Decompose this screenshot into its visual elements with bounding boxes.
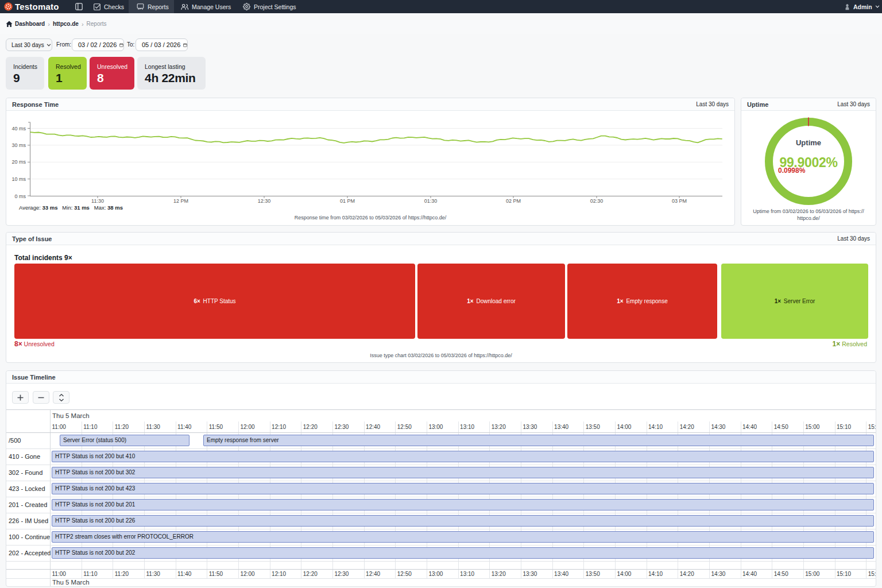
svg-text:30 ms: 30 ms <box>11 142 26 148</box>
svg-text:01:30: 01:30 <box>424 198 438 204</box>
svg-text:10 ms: 10 ms <box>11 176 26 182</box>
svg-text:20 ms: 20 ms <box>11 159 26 165</box>
svg-text:12 PM: 12 PM <box>173 198 188 204</box>
svg-text:40 ms: 40 ms <box>11 126 26 131</box>
svg-text:11:30: 11:30 <box>91 198 104 204</box>
svg-text:12:30: 12:30 <box>258 198 271 204</box>
svg-text:01 PM: 01 PM <box>340 198 355 204</box>
svg-text:0 ms: 0 ms <box>14 194 26 199</box>
svg-text:03 PM: 03 PM <box>672 198 687 204</box>
svg-text:02 PM: 02 PM <box>506 198 521 204</box>
svg-text:02:30: 02:30 <box>590 198 604 204</box>
